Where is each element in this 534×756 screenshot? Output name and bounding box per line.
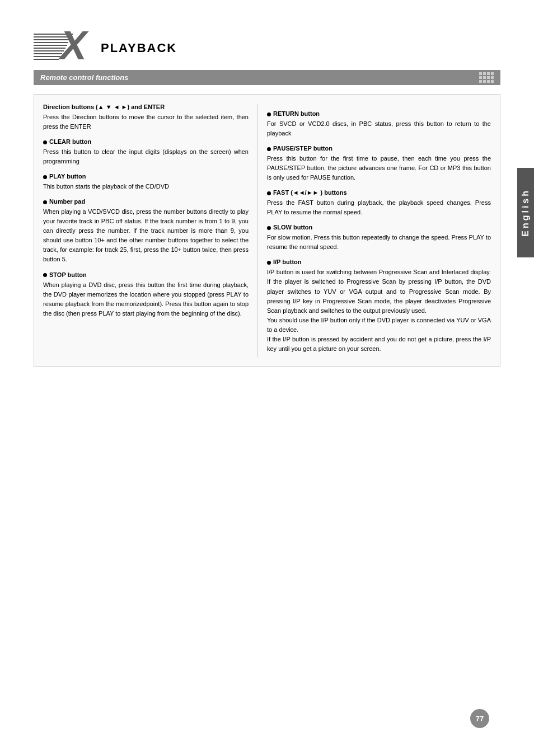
slow-heading: SLOW button xyxy=(267,224,491,231)
bullet-icon xyxy=(267,112,271,116)
play-heading: PLAY button xyxy=(43,173,249,180)
page-number: 77 xyxy=(470,709,489,728)
return-heading: RETURN button xyxy=(267,110,491,117)
grid-icon xyxy=(479,72,494,83)
bullet-icon xyxy=(43,200,47,204)
right-column: RETURN button For SVCD or VCD2.0 discs, … xyxy=(258,104,491,357)
bullet-icon xyxy=(43,140,47,144)
english-label: English xyxy=(521,189,531,237)
play-text: This button starts the playback of the C… xyxy=(43,182,249,191)
ip-text: I/P button is used for switching between… xyxy=(267,267,491,353)
direction-text: Press the Direction buttons to move the … xyxy=(43,112,249,132)
two-col-layout: Direction buttons (▲ ▼ ◄ ►) and ENTER Pr… xyxy=(43,104,491,357)
section-title-text: Remote control functions xyxy=(40,73,128,82)
chapter-header: X PLAYBACK xyxy=(34,34,500,60)
bullet-icon xyxy=(267,191,271,195)
pause-heading: PAUSE/STEP button xyxy=(267,145,491,152)
bullet-icon xyxy=(267,226,271,230)
clear-text: Press this button to clear the input dig… xyxy=(43,147,249,166)
bullet-icon xyxy=(267,261,271,265)
direction-heading: Direction buttons (▲ ▼ ◄ ►) and ENTER xyxy=(43,104,249,110)
clear-heading: CLEAR button xyxy=(43,138,249,145)
slow-text: For slow motion. Press this button repea… xyxy=(267,233,491,252)
pause-text: Press this button for the first time to … xyxy=(267,154,491,182)
stop-text: When playing a DVD disc, press this butt… xyxy=(43,280,249,318)
chapter-letter: X xyxy=(60,25,87,65)
number-heading: Number pad xyxy=(43,198,249,205)
fast-text: Press the FAST button during playback, t… xyxy=(267,198,491,217)
chapter-title: PLAYBACK xyxy=(101,41,177,55)
fast-heading: FAST (◄◄/►► ) buttons xyxy=(267,189,491,196)
number-text: When playing a VCD/SVCD disc, press the … xyxy=(43,207,249,264)
bullet-icon xyxy=(43,273,47,277)
content-box: Direction buttons (▲ ▼ ◄ ►) and ENTER Pr… xyxy=(34,94,500,367)
section-title-bar: Remote control functions xyxy=(34,70,500,85)
bullet-icon xyxy=(267,147,271,151)
bullet-icon xyxy=(43,175,47,179)
ip-heading: I/P button xyxy=(267,259,491,265)
left-column: Direction buttons (▲ ▼ ◄ ►) and ENTER Pr… xyxy=(43,104,258,357)
return-text: For SVCD or VCD2.0 discs, in PBC status,… xyxy=(267,119,491,138)
stop-heading: STOP button xyxy=(43,271,249,278)
english-sidebar: English xyxy=(517,168,534,257)
